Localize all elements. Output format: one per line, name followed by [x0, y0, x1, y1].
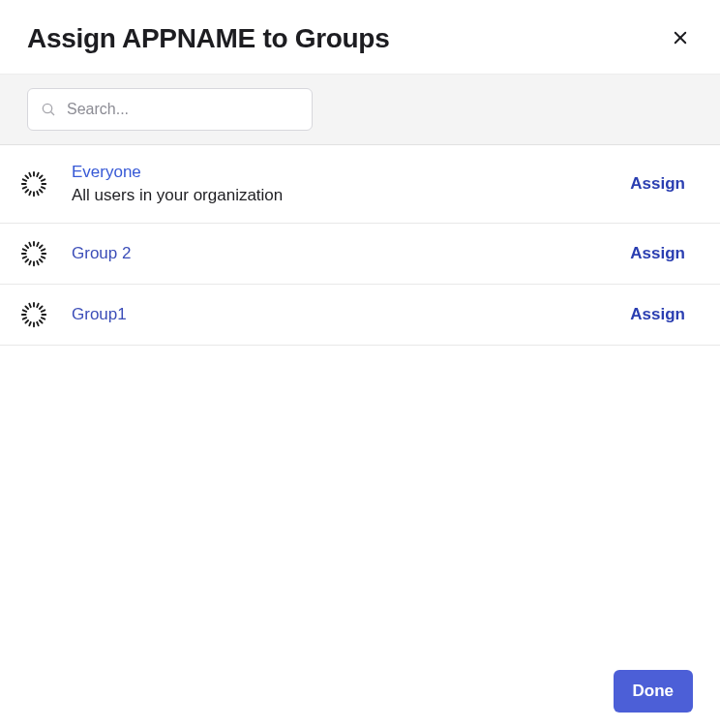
list-item: Everyone All users in your organization … [0, 145, 720, 224]
svg-rect-47 [22, 317, 28, 320]
group-list: Everyone All users in your organization … [0, 145, 720, 346]
svg-rect-17 [22, 178, 28, 182]
svg-rect-25 [41, 256, 46, 259]
svg-rect-48 [21, 314, 27, 316]
svg-rect-50 [24, 305, 29, 310]
svg-rect-7 [41, 178, 46, 182]
list-item-body: Everyone All users in your organization [72, 163, 599, 205]
svg-rect-39 [41, 309, 46, 313]
svg-rect-6 [39, 174, 44, 179]
search-wrapper [27, 88, 313, 131]
svg-rect-44 [33, 322, 35, 328]
dialog-title: Assign APPNAME to Groups [27, 23, 389, 54]
close-icon [672, 29, 689, 49]
svg-rect-51 [28, 303, 32, 309]
group-icon [19, 239, 48, 268]
group-name[interactable]: Group 2 [72, 244, 599, 263]
assign-button[interactable]: Assign [622, 301, 693, 328]
svg-rect-19 [28, 172, 32, 178]
svg-rect-45 [28, 321, 32, 327]
search-bar [0, 74, 720, 145]
svg-rect-34 [24, 244, 29, 249]
svg-rect-41 [41, 317, 46, 320]
svg-rect-11 [36, 191, 40, 197]
group-description: All users in your organization [72, 186, 599, 205]
svg-rect-9 [41, 186, 46, 190]
svg-rect-40 [42, 314, 47, 316]
svg-rect-18 [24, 174, 29, 179]
group-icon [19, 300, 48, 329]
svg-rect-20 [33, 241, 35, 247]
assign-button[interactable]: Assign [622, 240, 693, 267]
svg-rect-21 [36, 242, 40, 248]
svg-rect-14 [24, 189, 29, 194]
svg-rect-22 [39, 244, 44, 249]
svg-rect-16 [21, 183, 27, 185]
dialog-header: Assign APPNAME to Groups [0, 0, 720, 74]
svg-rect-29 [28, 260, 32, 266]
svg-rect-24 [42, 253, 47, 255]
group-name[interactable]: Everyone [72, 163, 599, 182]
svg-rect-27 [36, 260, 40, 266]
svg-rect-38 [39, 305, 44, 310]
svg-rect-4 [33, 171, 35, 177]
svg-rect-32 [21, 253, 27, 255]
svg-rect-12 [33, 192, 35, 197]
svg-rect-33 [22, 248, 28, 252]
svg-rect-31 [22, 256, 28, 259]
list-item-body: Group 2 [72, 244, 599, 263]
svg-rect-15 [22, 186, 28, 190]
svg-rect-28 [33, 261, 35, 267]
svg-rect-26 [39, 258, 44, 263]
svg-rect-35 [28, 242, 32, 248]
svg-rect-23 [41, 248, 46, 252]
svg-rect-37 [36, 303, 40, 309]
search-input[interactable] [27, 88, 313, 131]
svg-rect-42 [39, 319, 44, 324]
svg-rect-5 [36, 172, 40, 178]
svg-rect-49 [22, 309, 28, 313]
group-icon [19, 169, 48, 198]
list-item: Group 2 Assign [0, 224, 720, 285]
done-button[interactable]: Done [614, 670, 694, 713]
svg-rect-36 [33, 302, 35, 308]
list-item: Group1 Assign [0, 285, 720, 346]
svg-rect-46 [24, 319, 29, 324]
dialog-footer: Done [614, 670, 694, 713]
list-item-body: Group1 [72, 305, 599, 324]
close-button[interactable] [668, 25, 693, 53]
svg-rect-43 [36, 321, 40, 327]
svg-rect-10 [39, 189, 44, 194]
svg-rect-8 [42, 183, 47, 185]
group-name[interactable]: Group1 [72, 305, 599, 324]
svg-rect-30 [24, 258, 29, 263]
assign-button[interactable]: Assign [622, 170, 693, 197]
svg-rect-13 [28, 191, 32, 197]
